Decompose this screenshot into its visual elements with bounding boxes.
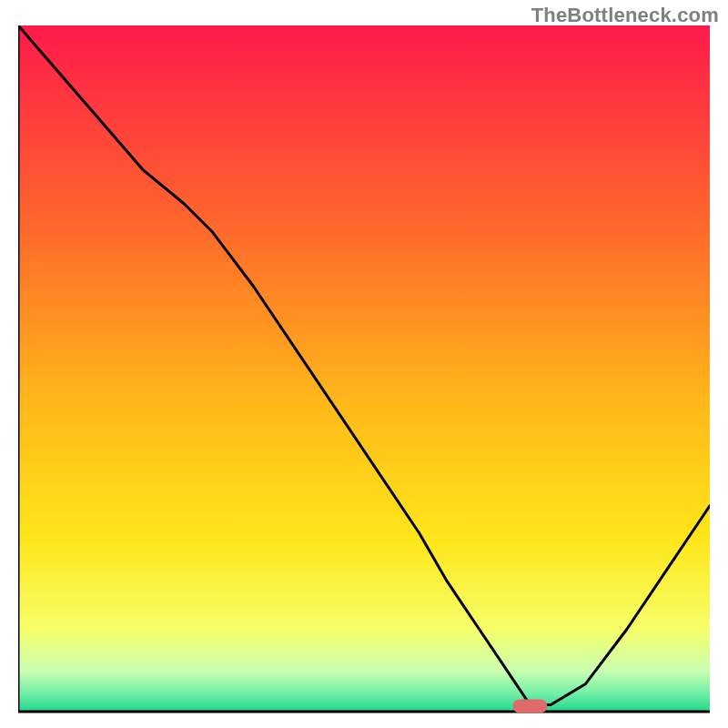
chart-stage: TheBottleneck.com	[0, 0, 728, 728]
gradient-background	[18, 25, 710, 712]
watermark-text: TheBottleneck.com	[531, 4, 719, 27]
optimum-marker	[512, 699, 547, 713]
plot-svg	[18, 25, 710, 715]
plot-area	[18, 25, 710, 715]
